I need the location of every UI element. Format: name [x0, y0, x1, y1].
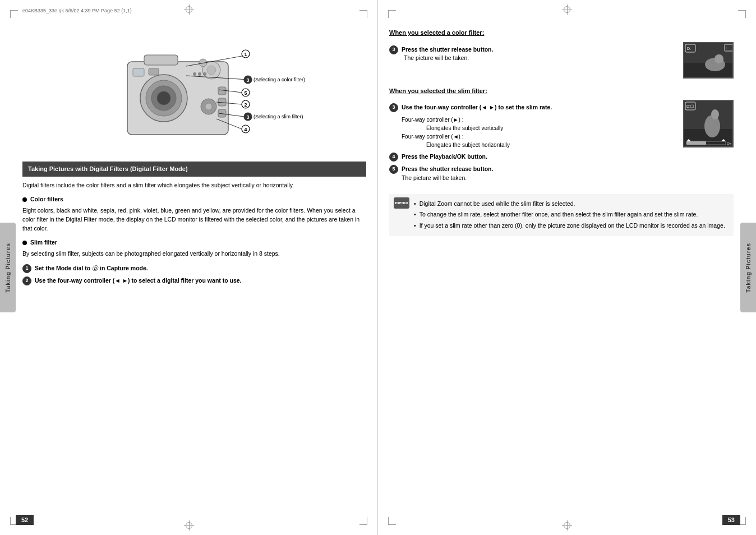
side-tab-right: Taking Pictures	[740, 223, 756, 312]
page-left: e04KB335_33e.qk 6/6/02 4:39 PM Page 52 (…	[0, 0, 378, 535]
color-filter-section-heading: When you selected a color filter:	[389, 28, 734, 38]
color-filter-preview: D: i	[683, 42, 734, 79]
svg-rect-12	[218, 98, 226, 106]
svg-point-17	[198, 72, 201, 76]
intro-text: Digital filters include the color filter…	[22, 181, 366, 190]
svg-text:5: 5	[244, 90, 247, 96]
side-tab-label: Taking Pictures	[5, 243, 11, 293]
left-content-area: 1 3 (Selecting a color filter) 5 2 3	[22, 22, 366, 513]
svg-text:Ok: Ok	[727, 142, 732, 145]
crop-mark-tl	[10, 10, 18, 18]
slim-step-4-text: Press the Playback/OK button.	[402, 153, 487, 162]
svg-point-50	[711, 109, 719, 119]
color-filter-steps: 3 Press the shutter release button. The …	[389, 42, 676, 67]
svg-text:3: 3	[246, 77, 249, 83]
section-title: Taking Pictures with Digital Filters (Di…	[22, 162, 366, 177]
color-filters-text: Eight colors, black and white, sepia, re…	[22, 206, 366, 233]
slim-step-num-4: 4	[389, 153, 398, 162]
svg-point-5	[157, 91, 170, 105]
svg-text:(Selecting a color filter): (Selecting a color filter)	[253, 77, 305, 82]
note-bullet-2: •	[414, 210, 416, 219]
step-num-2: 2	[22, 276, 31, 285]
notes-section: memo • Digital Zoom cannot be used while…	[389, 194, 734, 236]
svg-rect-54	[686, 141, 706, 145]
svg-point-42	[714, 54, 723, 63]
color-filter-step-row: 3 Press the shutter release button. The …	[389, 42, 734, 79]
page-number-left: 52	[16, 515, 34, 525]
file-info: e04KB335_33e.qk 6/6/02 4:39 PM Page 52 (…	[22, 8, 132, 13]
note-2-text: To change the slim rate, select another …	[420, 210, 698, 219]
svg-point-15	[205, 103, 212, 110]
svg-point-9	[207, 66, 216, 75]
note-3-text: If you set a slim rate other than zero (…	[420, 222, 725, 230]
color-step-3: 3 Press the shutter release button. The …	[389, 45, 676, 63]
crop-mark-tl-r	[388, 10, 396, 18]
svg-rect-11	[218, 87, 226, 95]
slim-step-3: 3 Use the four-way controller (◄ ►) to s…	[389, 103, 676, 112]
color-step-num-3: 3	[389, 45, 398, 54]
slim-filter-preview: D:☐ Ok	[683, 100, 734, 147]
notes-list: • Digital Zoom cannot be used while the …	[413, 197, 725, 233]
crop-mark-bl-r	[388, 517, 396, 525]
note-1: • Digital Zoom cannot be used while the …	[413, 200, 725, 209]
camera-diagram: 1 3 (Selecting a color filter) 5 2 3	[82, 34, 307, 157]
slim-step-3-text: Use the four-way controller (◄ ►) to set…	[402, 103, 552, 112]
reg-mark-top-r	[562, 4, 572, 15]
svg-text:D:☐: D:☐	[686, 104, 694, 108]
side-tab-label-right: Taking Pictures	[745, 243, 752, 293]
slim-step-3-sub2: Four-way controller (◄) : Elongates the …	[389, 132, 676, 149]
crop-mark-tr-r	[738, 10, 746, 18]
svg-text:4: 4	[244, 127, 247, 132]
reg-mark-bottom	[184, 520, 194, 531]
svg-text:2: 2	[244, 102, 247, 108]
slim-step-3-sub1: Four-way controller (►) : Elongates the …	[389, 116, 676, 132]
step-1-text: Set the Mode dial to ⓑ in Capture mode.	[35, 264, 148, 273]
slim-filter-text: By selecting slim filter, subjects can b…	[22, 250, 366, 259]
slim-filter-step-row: 3 Use the four-way controller (◄ ►) to s…	[389, 100, 734, 186]
svg-rect-1	[144, 55, 178, 65]
svg-text:(Selecting a slim filter): (Selecting a slim filter)	[253, 114, 303, 119]
svg-text:D:: D:	[687, 47, 691, 50]
slim-step-4: 4 Press the Playback/OK button.	[389, 153, 676, 162]
side-tab-left: Taking Pictures	[0, 223, 16, 312]
crop-mark-br	[359, 517, 367, 525]
color-filters-heading: Color filters	[22, 195, 366, 204]
bullet-dot-color	[22, 197, 27, 202]
note-bullet-1: •	[414, 200, 416, 209]
slim-step-num-3: 3	[389, 103, 398, 112]
slim-step-num-5: 5	[389, 165, 398, 174]
note-2: • To change the slim rate, select anothe…	[413, 210, 725, 219]
reg-mark-bottom-r	[562, 520, 572, 531]
note-3: • If you set a slim rate other than zero…	[413, 222, 725, 230]
slim-step-5: 5 Press the shutter release button. The …	[389, 165, 676, 183]
step-2-text: Use the four-way controller (◄ ►) to sel…	[35, 276, 242, 285]
right-content-area: When you selected a color filter: 3 Pres…	[389, 22, 734, 513]
color-step-3-text: Press the shutter release button. The pi…	[402, 45, 493, 63]
svg-rect-7	[149, 68, 159, 75]
step-1: 1 Set the Mode dial to ⓑ in Capture mode…	[22, 264, 366, 273]
slim-filter-steps: 3 Use the four-way controller (◄ ►) to s…	[389, 100, 676, 186]
crop-mark-tr	[359, 10, 367, 18]
slim-step-5-text: Press the shutter release button. The pi…	[402, 165, 493, 183]
slim-filter-heading: Slim filter	[22, 238, 366, 247]
svg-point-49	[704, 115, 720, 137]
svg-point-18	[203, 72, 206, 76]
svg-point-16	[193, 72, 196, 76]
bullet-dot-slim	[22, 241, 27, 245]
camera-svg: 1 3 (Selecting a color filter) 5 2 3	[82, 34, 307, 157]
step-2: 2 Use the four-way controller (◄ ►) to s…	[22, 276, 366, 285]
page-right: Taking Pictures 53 When you selected a c…	[378, 0, 756, 535]
svg-rect-6	[133, 68, 144, 76]
note-bullet-3: •	[414, 222, 416, 230]
svg-text:1: 1	[244, 52, 247, 57]
step-num-1: 1	[22, 264, 31, 273]
note-1-text: Digital Zoom cannot be used while the sl…	[420, 200, 575, 209]
svg-text:3: 3	[246, 114, 249, 120]
reg-mark-top	[184, 4, 194, 15]
slim-filter-section-heading: When you selected the slim filter:	[389, 86, 734, 96]
memo-icon: memo	[394, 197, 409, 209]
page-number-right: 53	[722, 515, 740, 525]
